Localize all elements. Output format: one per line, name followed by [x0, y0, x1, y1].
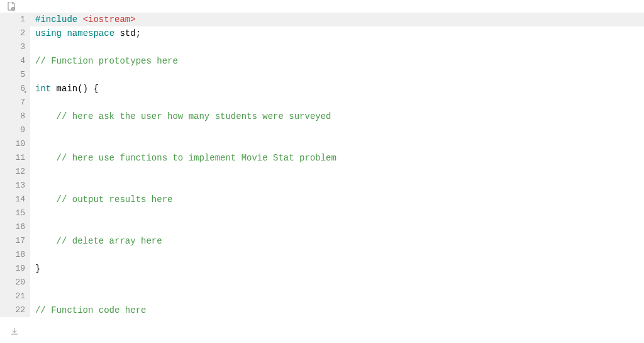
code-line[interactable]	[30, 220, 644, 234]
code-line[interactable]: // here use functions to implement Movie…	[30, 151, 644, 165]
line-number: 4	[0, 54, 25, 68]
code-line[interactable]: // Function prototypes here	[30, 54, 644, 68]
code-line[interactable]	[30, 206, 644, 220]
file-download-icon[interactable]	[8, 2, 15, 11]
code-content[interactable]: #include <iostream>using namespace std;/…	[30, 13, 644, 317]
code-token: using	[35, 28, 67, 38]
code-line[interactable]: }	[30, 262, 644, 276]
code-token: <iostream>	[83, 14, 136, 25]
code-line[interactable]: // output results here	[30, 193, 644, 206]
line-number: 6▾	[0, 82, 25, 96]
line-number: 3	[0, 40, 25, 54]
line-number-gutter: 123456▾78910111213141516171819202122	[0, 13, 30, 317]
code-line[interactable]: // Function code here	[30, 303, 644, 317]
line-number: 20	[0, 276, 25, 290]
code-line[interactable]	[30, 276, 644, 290]
line-number: 19	[0, 262, 25, 276]
code-line[interactable]: using namespace std;	[30, 26, 644, 40]
code-line[interactable]	[30, 290, 644, 303]
line-number: 7	[0, 96, 25, 110]
toolbar	[0, 0, 644, 13]
line-number: 11	[0, 151, 25, 165]
line-number: 18	[0, 248, 25, 262]
line-number: 5	[0, 68, 25, 82]
line-number: 22	[0, 303, 25, 317]
code-token: // delete array here	[57, 236, 162, 246]
code-token: namespace	[67, 28, 119, 38]
code-line[interactable]	[30, 165, 644, 179]
line-number: 13	[0, 179, 25, 193]
line-number: 15	[0, 206, 25, 220]
code-line[interactable]	[30, 123, 644, 137]
code-line[interactable]	[30, 68, 644, 82]
code-line[interactable]	[30, 96, 644, 110]
download-icon[interactable]	[10, 327, 19, 338]
line-number: 1	[0, 13, 25, 26]
line-number: 17	[0, 234, 25, 248]
code-line[interactable]: #include <iostream>	[30, 13, 644, 26]
code-line[interactable]: int main() {	[30, 82, 644, 96]
line-number: 9	[0, 123, 25, 137]
line-number: 21	[0, 290, 25, 303]
code-token: // here ask the user how many students w…	[57, 111, 331, 121]
code-token: ;	[136, 28, 141, 38]
code-token: std	[119, 28, 135, 38]
code-line[interactable]: // delete array here	[30, 234, 644, 248]
line-number: 12	[0, 165, 25, 179]
code-token: main	[57, 84, 78, 94]
code-token: // output results here	[57, 194, 173, 205]
code-token: // Function code here	[35, 305, 146, 315]
code-token: #include	[35, 14, 83, 25]
code-line[interactable]	[30, 137, 644, 151]
line-number: 10	[0, 137, 25, 151]
code-token: int	[35, 84, 57, 94]
line-number: 8	[0, 110, 25, 123]
code-token: }	[35, 264, 40, 274]
code-line[interactable]: // here ask the user how many students w…	[30, 110, 644, 123]
line-number: 2	[0, 26, 25, 40]
code-line[interactable]	[30, 179, 644, 193]
code-token: // Function prototypes here	[35, 56, 178, 66]
line-number: 16	[0, 220, 25, 234]
code-line[interactable]	[30, 40, 644, 54]
code-editor[interactable]: 123456▾78910111213141516171819202122 #in…	[0, 13, 644, 317]
code-line[interactable]	[30, 248, 644, 262]
line-number: 14	[0, 193, 25, 206]
code-token: () {	[77, 84, 99, 94]
code-token: // here use functions to implement Movie…	[57, 153, 336, 163]
